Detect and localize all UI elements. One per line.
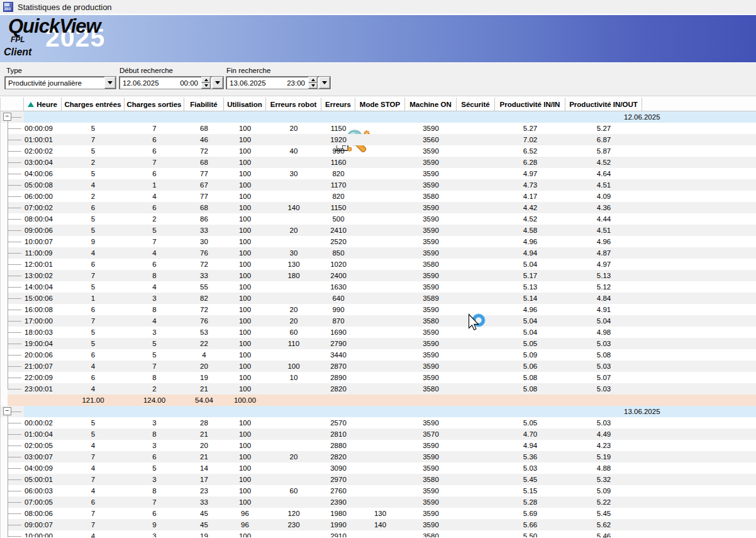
cell-charges-sorties: 2 xyxy=(125,383,184,395)
cell-charges-entr-es: 4 xyxy=(62,440,125,451)
table-row[interactable]: 00:00:025328100257035905.055.03 xyxy=(1,417,756,429)
grid-body[interactable]: −12.06.202500:00:09576810020115035905.27… xyxy=(1,111,756,537)
row-filler xyxy=(642,462,756,474)
table-row[interactable]: 18:00:03535310060169035905.044.98 xyxy=(1,327,756,338)
table-row[interactable]: 17:00:0074761002087035805.045.04 xyxy=(1,315,756,327)
cell-charges-sorties: 6 xyxy=(125,259,184,270)
table-row[interactable]: 10:00:004319100291035805.505.46 xyxy=(1,530,756,537)
cell-s-curit xyxy=(457,123,495,134)
type-dropdown-button[interactable] xyxy=(104,77,116,89)
table-row[interactable]: 07:00:026668100140115035904.424.36 xyxy=(1,202,756,213)
column-header-productivit-in-in[interactable]: Productivité IN/IN xyxy=(495,98,565,111)
spin-up-button[interactable] xyxy=(201,77,211,83)
column-header-erreurs[interactable]: Erreurs xyxy=(321,98,355,111)
table-row[interactable]: 12:00:016672100130102035805.044.97 xyxy=(1,259,756,270)
group-row[interactable]: −13.06.2025 xyxy=(1,406,756,417)
cell-mode-stop xyxy=(355,293,405,304)
cell-fiabilit: 72 xyxy=(184,145,224,157)
table-row[interactable]: 06:00:00247710082035804.174.09 xyxy=(1,191,756,202)
tree-cell xyxy=(1,304,24,315)
cell-charges-sorties: 7 xyxy=(125,157,184,168)
cell-productivit-in-in: 5.27 xyxy=(495,123,565,134)
table-row[interactable]: 02:00:054320100288035904.944.23 xyxy=(1,440,756,451)
table-row[interactable]: 15:00:06138210064035895.144.84 xyxy=(1,293,756,304)
table-row[interactable]: 16:00:0868721002099035904.964.91 xyxy=(1,304,756,315)
cell-charges-sorties: 7 xyxy=(125,496,184,508)
table-row[interactable]: 03:00:07762110020282035905.365.19 xyxy=(1,451,756,462)
cell-machine-on: 3580 xyxy=(405,530,457,537)
table-row[interactable]: 03:00:042768100116035906.284.52 xyxy=(1,157,756,168)
cell-erreurs-robot xyxy=(266,134,321,145)
type-combobox[interactable]: Productivité journalière xyxy=(4,76,116,89)
cell-utilisation: 100 xyxy=(224,281,266,293)
cell-erreurs: 2910 xyxy=(321,530,355,537)
table-row[interactable]: 09:00:07794596230199014035905.665.62 xyxy=(1,519,756,530)
end-dropdown-button[interactable] xyxy=(319,77,330,89)
table-row[interactable]: 01:00:017646100192035607.026.87 xyxy=(1,134,756,145)
table-row[interactable]: 08:00:06764596120198013035905.695.45 xyxy=(1,508,756,519)
table-row[interactable]: 01:00:045821100281035704.704.49 xyxy=(1,429,756,440)
table-row[interactable]: 13:00:027833100180240035905.175.13 xyxy=(1,270,756,281)
column-header-s-curit[interactable]: Sécurité xyxy=(457,98,495,111)
table-row[interactable]: 22:00:09681910010289035905.085.07 xyxy=(1,372,756,383)
table-row[interactable]: 05:00:084167100117035904.734.51 xyxy=(1,179,756,191)
column-header-machine-on[interactable]: Machine ON xyxy=(405,98,457,111)
column-header-charges-sorties[interactable]: Charges sorties xyxy=(125,98,184,111)
cell-productivit-in-in: 5.09 xyxy=(495,349,565,361)
table-row[interactable]: 07:00:056733100239035905.285.22 xyxy=(1,496,756,508)
end-time-value[interactable]: 23:00 xyxy=(287,79,305,87)
cell-erreurs-robot xyxy=(266,281,321,293)
collapse-toggle[interactable]: − xyxy=(3,407,11,415)
column-header-charges-entr-es[interactable]: Charges entrées xyxy=(62,98,125,111)
end-datetime-field[interactable]: 13.06.2025 23:00 xyxy=(226,76,331,89)
table-row[interactable]: 06:00:03482310060276035905.155.09 xyxy=(1,485,756,496)
table-row[interactable]: 19:00:045522100110279035905.055.03 xyxy=(1,338,756,349)
table-row[interactable]: 04:00:094514100309035905.034.88 xyxy=(1,462,756,474)
table-row[interactable]: 11:00:0944761003085035904.944.87 xyxy=(1,247,756,259)
column-header-erreurs-robot[interactable]: Erreurs robot xyxy=(266,98,321,111)
table-row[interactable]: 04:00:0656771003082035904.974.64 xyxy=(1,168,756,179)
cell-utilisation: 100 xyxy=(224,338,266,349)
group-date-label: 13.06.2025 xyxy=(624,406,660,417)
chevron-down-icon xyxy=(215,81,220,84)
column-header-heure[interactable]: Heure xyxy=(24,98,62,111)
cell-charges-sorties: 8 xyxy=(125,429,184,440)
cell-erreurs: 870 xyxy=(321,315,355,327)
cell-productivit-in-in: 5.69 xyxy=(495,508,565,519)
spin-up-button[interactable] xyxy=(308,77,318,83)
column-header-productivit-in-out[interactable]: Productivité IN/OUT xyxy=(565,98,642,111)
table-row[interactable]: 21:00:074720100100287035905.065.03 xyxy=(1,361,756,372)
group-row[interactable]: −12.06.2025 xyxy=(1,111,756,123)
table-row[interactable]: 23:00:014221100282035805.085.03 xyxy=(1,383,756,395)
cell-s-curit xyxy=(457,168,495,179)
cell-productivit-in-in: 7.02 xyxy=(495,134,565,145)
cell-erreurs: 850 xyxy=(321,247,355,259)
cell-machine-on: 3590 xyxy=(405,168,457,179)
table-row[interactable]: 08:00:04528610050035904.524.44 xyxy=(1,213,756,225)
start-date-value[interactable]: 12.06.2025 xyxy=(120,79,180,87)
spin-down-button[interactable] xyxy=(201,83,211,89)
start-datetime-field[interactable]: 12.06.2025 00:00 xyxy=(119,76,224,89)
table-row[interactable]: 10:00:079730100252035904.964.96 xyxy=(1,236,756,247)
cell-productivit-in-in: 5.66 xyxy=(495,519,565,530)
column-header-utilisation[interactable]: Utilisation xyxy=(224,98,266,111)
column-header-mode-stop[interactable]: Mode STOP xyxy=(355,98,405,111)
table-row[interactable]: 05:00:017317100297035805.455.32 xyxy=(1,474,756,485)
column-header-fiabilit[interactable]: Fiabilité xyxy=(184,98,224,111)
end-date-value[interactable]: 13.06.2025 xyxy=(226,79,287,87)
cell-charges-sorties: 6 xyxy=(125,145,184,157)
collapse-toggle[interactable]: − xyxy=(3,113,11,121)
table-row[interactable]: 20:00:06654100344035905.095.08 xyxy=(1,349,756,361)
table-row[interactable]: 02:00:0256721004099035906.525.87 xyxy=(1,145,756,157)
grid-header-row: HeureCharges entréesCharges sortiesFiabi… xyxy=(1,98,756,111)
table-row[interactable]: 14:00:045455100163035905.135.12 xyxy=(1,281,756,293)
table-row[interactable]: 09:00:06553310020241035904.584.51 xyxy=(1,225,756,236)
cell-s-curit xyxy=(457,338,495,349)
tree-strip xyxy=(1,202,8,213)
summary-row[interactable]: 121.00124.0054.04100.00 xyxy=(1,395,756,406)
table-row[interactable]: 00:00:09576810020115035905.275.27 xyxy=(1,123,756,134)
start-time-value[interactable]: 00:00 xyxy=(180,79,198,87)
spin-down-button[interactable] xyxy=(308,83,318,89)
start-dropdown-button[interactable] xyxy=(212,77,223,89)
tree-cell xyxy=(1,179,24,191)
